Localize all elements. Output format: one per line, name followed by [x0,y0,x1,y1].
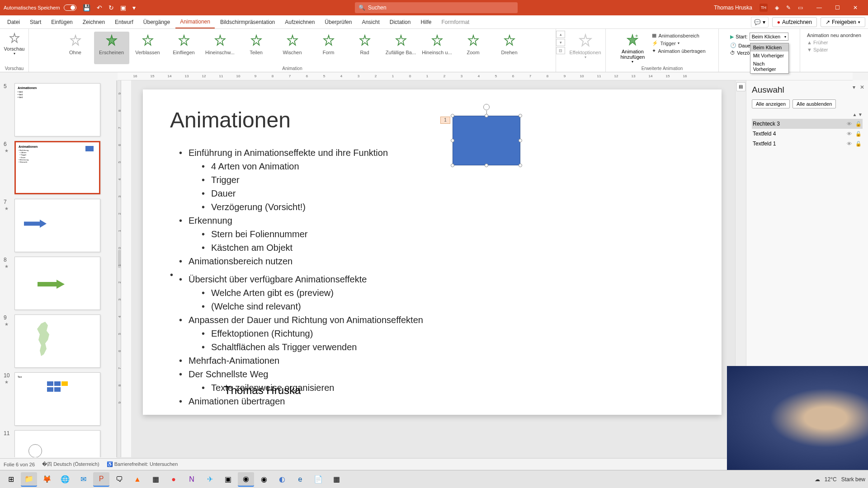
tray-weather-icon[interactable]: ☁ [815,476,820,483]
thumb-10[interactable]: Text [14,372,100,426]
tb-telegram[interactable]: ✈ [202,472,218,487]
slide-counter[interactable]: Folie 6 von 26 [4,462,35,467]
share-button[interactable]: ↗Freigeben▾ [821,17,865,27]
anim-zoom[interactable]: Zoom [456,32,491,64]
anim-form[interactable]: Form [311,32,346,64]
rotate-handle[interactable] [483,104,490,110]
resize-handle-s[interactable] [485,164,488,167]
record-button[interactable]: ●Aufzeichnen [772,17,817,27]
thumb-6[interactable]: Animationen• Einführung • 4 Arten • Trig… [14,141,100,194]
add-animation-button[interactable]: + Animation hinzufügen ▾ [616,31,649,64]
slide-editor[interactable]: Animationen Einführung in Animationseffe… [131,80,735,457]
slideshow-icon[interactable]: ▣ [120,4,126,11]
visibility-icon[interactable]: 👁 [847,131,852,137]
pen-icon[interactable]: ✎ [786,5,791,11]
tb-firefox[interactable]: 🦊 [39,472,55,487]
resize-handle-n[interactable] [485,114,488,117]
anim-teilen[interactable]: Teilen [239,32,274,64]
tab-ansicht[interactable]: Ansicht [357,16,384,28]
tab-entwurf[interactable]: Entwurf [110,16,138,28]
tb-app-5[interactable]: ◉ [256,472,272,487]
preview-button[interactable]: Vorschau ▾ [2,31,27,56]
autosave-toggle[interactable]: Automatisches Speichern [4,5,76,11]
tb-app-8[interactable]: ▦ [328,472,344,487]
tb-obs[interactable]: ◉ [238,472,254,487]
move-down-icon[interactable]: ▼ [858,112,863,117]
close-button[interactable]: ✕ [846,3,864,12]
slide-thumbnails[interactable]: 5Animationen• text• text• text6★Animatio… [0,80,117,457]
thumb-11[interactable] [14,430,100,457]
thumb-7[interactable] [14,199,100,252]
trigger-button[interactable]: ⚡Trigger▾ [652,40,705,46]
tab-ueberpruefen[interactable]: Überprüfen [320,16,356,28]
tb-explorer[interactable]: 📁 [21,472,37,487]
autosave-switch[interactable] [64,5,76,11]
start-opt-beim-klicken[interactable]: Beim Klicken [750,43,788,52]
resize-handle-ne[interactable] [519,114,522,117]
maximize-button[interactable]: ☐ [828,3,846,12]
resize-handle-e[interactable] [519,139,522,142]
qat-more-icon[interactable]: ▾ [132,4,136,11]
comments-button[interactable]: 💬 ▾ [751,17,768,28]
anim-verblassen[interactable]: Verblassen [130,32,165,64]
anim-drehen[interactable]: Drehen [492,32,527,64]
selected-rectangle-shape[interactable] [453,116,520,165]
tb-app-6[interactable]: ◐ [274,472,290,487]
a11y-check[interactable]: ♿ Barrierefreiheit: Untersuchen [107,461,178,467]
start-button[interactable]: ⊞ [3,472,19,487]
resize-handle-sw[interactable] [451,164,454,167]
tb-onenote[interactable]: N [184,472,200,487]
resize-handle-nw[interactable] [451,114,454,117]
anim-zuflligeba[interactable]: Zufällige Ba... [383,32,419,64]
gallery-expand[interactable]: ▴▾⊟ [556,29,565,72]
selection-item-1[interactable]: Textfeld 4👁🔓 [752,129,863,139]
lang-indicator[interactable]: �四 Deutsch (Österreich) [42,461,99,468]
tb-app-3[interactable]: ● [165,472,182,487]
tb-app-4[interactable]: ▣ [220,472,236,487]
anim-einfliegen[interactable]: Einfliegen [166,32,202,64]
hide-all-button[interactable]: Alle ausblenden [793,99,836,108]
tab-uebergaenge[interactable]: Übergänge [139,16,175,28]
tab-formformat[interactable]: Formformat [437,16,474,28]
start-dropdown[interactable]: Beim Klicken▾ Beim Klicken Mit Vorherige… [750,33,788,41]
tb-powerpoint[interactable]: P [93,472,109,487]
anim-hineinschw[interactable]: Hineinschw... [203,32,238,64]
start-opt-nach-vorheriger[interactable]: Nach Vorheriger [750,60,788,73]
tab-zeichnen[interactable]: Zeichnen [78,16,109,28]
save-icon[interactable]: 💾 [83,4,90,11]
search-input[interactable] [368,5,514,11]
animation-pane-button[interactable]: ▦Animationsbereich [652,33,705,38]
tab-dictation[interactable]: Dictation [385,16,415,28]
user-avatar[interactable]: TH [760,4,768,12]
selection-item-2[interactable]: Textfeld 1👁🔓 [752,139,863,149]
tray-weather-text[interactable]: Stark bew [841,476,865,483]
visibility-icon[interactable]: 👁 [847,121,852,127]
visibility-icon[interactable]: 👁 [847,141,852,147]
rectangle-fill[interactable] [453,116,520,165]
tb-outlook[interactable]: ✉ [75,472,91,487]
anim-rad[interactable]: Rad [347,32,382,64]
slide-title[interactable]: Animationen [170,108,694,132]
show-all-button[interactable]: Alle anzeigen [752,99,790,108]
thumb-5[interactable]: Animationen• text• text• text [14,83,100,136]
start-opt-mit-vorheriger[interactable]: Mit Vorheriger [750,52,788,60]
tb-app-2[interactable]: ▦ [147,472,164,487]
lock-icon[interactable]: 🔓 [855,121,862,127]
move-up-icon[interactable]: ▲ [852,112,857,117]
tab-hilfe[interactable]: Hilfe [416,16,436,28]
user-name[interactable]: Thomas Hruska [714,5,752,11]
lock-icon[interactable]: 🔓 [855,141,862,147]
selection-item-0[interactable]: Rechteck 3👁🔓 [752,119,863,129]
tab-animationen[interactable]: Animationen [175,16,215,28]
thumb-8[interactable] [14,257,100,310]
tab-bildschirm[interactable]: Bildschirmpräsentation [216,16,279,28]
anim-ohne[interactable]: Ohne [58,32,93,64]
resize-handle-w[interactable] [451,139,454,142]
animation-order-tag[interactable]: 1 [440,117,450,124]
tb-app-7[interactable]: 📄 [310,472,326,487]
slide-body[interactable]: Einführung in Animationseffekte und ihre… [170,146,694,408]
undo-icon[interactable]: ↶ [97,4,102,11]
slide-author[interactable]: Thomas Hruska [224,384,301,397]
thumb-9[interactable] [14,314,100,368]
diamond-icon[interactable]: ◈ [775,5,779,11]
